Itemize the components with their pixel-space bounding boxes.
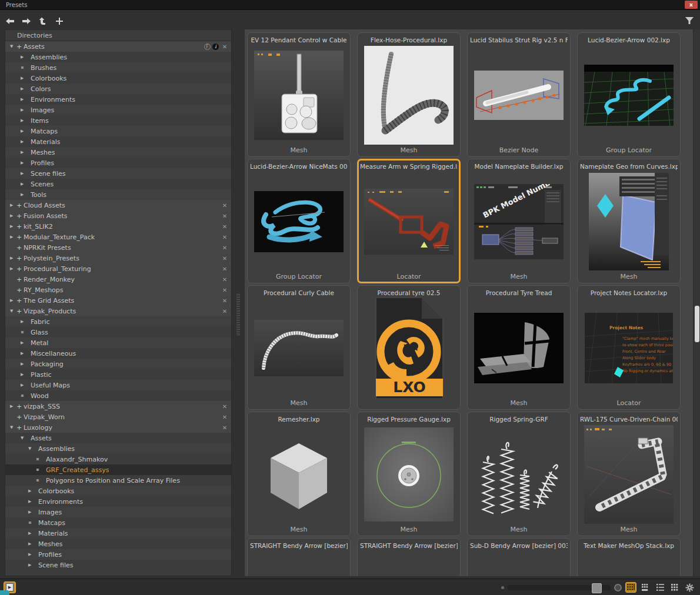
tree-row[interactable]: ▪ + Glass F i ✕ (5, 327, 231, 337)
tree-row[interactable]: ▶ + Items F i ✕ (5, 115, 231, 126)
tree-row[interactable]: ▶ + Metal F i ✕ (5, 337, 231, 348)
tree-row[interactable]: ▼ + Assets F i ✕ (5, 41, 231, 52)
tree-row[interactable]: ▶ + Scene files F i ✕ (5, 560, 231, 570)
list-view-icon[interactable] (655, 582, 666, 593)
remove-directory-icon[interactable]: ✕ (221, 276, 229, 283)
tree-row[interactable]: ▼ + Assets F i ✕ (5, 433, 231, 443)
plus-icon[interactable]: + (16, 202, 24, 209)
expander-icon[interactable]: ▶ (21, 352, 24, 356)
tree-row[interactable]: ▶ + Images F i ✕ (5, 507, 231, 517)
expander-icon[interactable]: ▶ (28, 553, 31, 557)
tree-row[interactable]: ▶ + Materials F i ✕ (5, 528, 231, 539)
tree-row[interactable]: ▶ + Packaging F i ✕ (5, 359, 231, 369)
expander-icon[interactable]: ▪ (36, 478, 39, 483)
tree-row[interactable]: ▶ + Scenes F i ✕ (5, 179, 231, 189)
tree-row[interactable]: ▶ + Assemblies F i ✕ (5, 52, 231, 62)
expander-icon[interactable]: ▪ (21, 330, 24, 335)
tree-row[interactable]: ▶ + Cloud Assets F i ✕ (5, 200, 231, 210)
tree-row[interactable]: ▪ + Matcaps F i ✕ (5, 517, 231, 528)
expander-icon[interactable]: ▼ (21, 436, 24, 440)
tree-row[interactable]: ▶ + Environments F i ✕ (5, 496, 231, 507)
expander-icon[interactable]: ▶ (28, 489, 31, 493)
preset-tile[interactable]: STRAIGHT Bendy Arrow [bezier] ... (357, 538, 461, 576)
expander-icon[interactable]: ▶ (10, 203, 13, 208)
plus-icon[interactable]: + (16, 403, 24, 410)
preset-tile[interactable]: Procedural Tyre Tread Mesh (467, 285, 571, 410)
preset-tile[interactable]: Text Maker MeshOp Stack.lxp (577, 538, 681, 576)
expander-icon[interactable]: ▼ (10, 309, 13, 313)
tree-row[interactable]: ▶ + Profiles F i ✕ (5, 549, 231, 560)
remove-directory-icon[interactable]: ✕ (221, 223, 229, 230)
expander-icon[interactable]: ▪ (28, 520, 31, 525)
expander-icon[interactable]: ▶ (28, 542, 31, 546)
tree-row[interactable]: ▶ + The Grid Assets F i ✕ (5, 295, 231, 306)
tree-row[interactable]: ▶ + Colors F i ✕ (5, 83, 231, 94)
tree-row[interactable]: ▪ + Brushes F i ✕ (5, 62, 231, 73)
plus-icon[interactable]: + (16, 255, 24, 262)
tree-row[interactable]: ▼ + Vizpak_Products F i ✕ (5, 306, 231, 316)
plus-icon[interactable]: + (16, 413, 24, 421)
preset-tile[interactable]: Sub-D Bendy Arrow [bezier] 003.... (467, 538, 571, 576)
plus-icon[interactable]: + (16, 307, 24, 315)
remove-directory-icon[interactable]: ✕ (221, 255, 229, 262)
slider-handle[interactable] (592, 583, 602, 593)
tree-row[interactable]: ▶ + Meshes F i ✕ (5, 147, 231, 158)
expander-icon[interactable]: ▶ (21, 151, 24, 155)
vertical-scrollbar[interactable] (694, 29, 700, 576)
tree-row[interactable]: ▪ + Alaxandr_Shmakov F i ✕ (5, 454, 231, 464)
expander-icon[interactable]: ▶ (21, 362, 24, 366)
preset-tile[interactable]: Procedural Curly Cable Mesh (247, 285, 351, 410)
expander-icon[interactable]: ▶ (21, 373, 24, 377)
favorite-badge-icon[interactable]: F (204, 44, 211, 50)
remove-directory-icon[interactable]: ✕ (221, 44, 229, 50)
expander-icon[interactable]: ▶ (21, 140, 24, 144)
expander-icon[interactable]: ▶ (21, 129, 24, 133)
tree-row[interactable]: ▶ + Colorbooks F i ✕ (5, 73, 231, 83)
panel-splitter[interactable] (232, 29, 245, 576)
add-icon[interactable] (54, 16, 65, 26)
expander-icon[interactable]: ▶ (21, 76, 24, 81)
expander-icon[interactable]: ▶ (21, 161, 24, 165)
expander-icon[interactable]: ▶ (28, 532, 31, 536)
expander-icon[interactable]: ▶ (21, 383, 24, 387)
plus-icon[interactable]: + (16, 276, 24, 283)
expander-icon[interactable]: ▶ (10, 405, 13, 409)
tree-row[interactable]: ▪ + GRF_Created_assys F i ✕ (5, 464, 231, 475)
expander-icon[interactable]: ▶ (21, 98, 24, 102)
tree-row[interactable]: ▶ + Meshes F i ✕ (5, 539, 231, 549)
expander-icon[interactable]: ▪ (21, 393, 24, 398)
tree-row[interactable]: ▶ + Matcaps F i ✕ (5, 126, 231, 136)
up-level-icon[interactable] (38, 16, 48, 26)
tree-row[interactable]: ▶ + Colorbooks F i ✕ (5, 486, 231, 496)
tree-row[interactable]: ▶ + Useful Maps F i ✕ (5, 380, 231, 390)
settings-gear-icon[interactable] (684, 582, 695, 593)
preset-tile[interactable]: Lucid-Bezier-Arrow 002.lxp Group Locator (577, 32, 681, 157)
splitter-handle-icon[interactable] (236, 294, 240, 335)
remove-directory-icon[interactable]: ✕ (221, 287, 229, 293)
preset-tile[interactable]: Rigged Spring-GRF Mesh (467, 412, 571, 536)
expander-icon[interactable]: ▪ (36, 457, 39, 462)
expander-icon[interactable]: ▶ (10, 235, 13, 239)
tree-row[interactable]: ▶ + Miscellaneous F i ✕ (5, 348, 231, 359)
filter-funnel-icon[interactable] (685, 16, 694, 25)
tree-row[interactable]: ▶ + kit_SLIK2 F i ✕ (5, 221, 231, 232)
tree-row[interactable]: ▶ + Profiles F i ✕ (5, 158, 231, 168)
remove-directory-icon[interactable]: ✕ (221, 202, 229, 209)
expander-icon[interactable]: ▪ (36, 467, 39, 472)
expander-icon[interactable]: ▶ (10, 214, 13, 218)
info-badge-icon[interactable]: i (212, 44, 219, 50)
tree-row[interactable]: + RY_Meshops F i ✕ (5, 285, 231, 295)
plus-icon[interactable]: + (16, 286, 24, 294)
preset-tile[interactable]: Measure Arm w Spring Rigged.lxp Locator (357, 159, 461, 283)
expander-icon[interactable]: ▶ (21, 119, 24, 123)
tree-row[interactable]: ▶ + Plastic F i ✕ (5, 369, 231, 380)
thumbnail-grid-view-icon[interactable] (625, 582, 636, 593)
remove-directory-icon[interactable]: ✕ (221, 266, 229, 272)
tree-row[interactable]: ▪ + Polygons to Position and Scale Array… (5, 475, 231, 486)
expander-icon[interactable]: ▶ (21, 55, 24, 59)
preset-tile[interactable]: EV 12 Pendant Control w Cable Mesh (247, 32, 351, 157)
preset-tile[interactable]: RWL-175 Curve-Driven-Chain 001 Mesh (577, 412, 681, 536)
remove-directory-icon[interactable]: ✕ (221, 213, 229, 219)
remove-directory-icon[interactable]: ✕ (221, 298, 229, 304)
preset-tile[interactable]: Project Notes Locator.lxp Project Notes … (577, 285, 681, 410)
